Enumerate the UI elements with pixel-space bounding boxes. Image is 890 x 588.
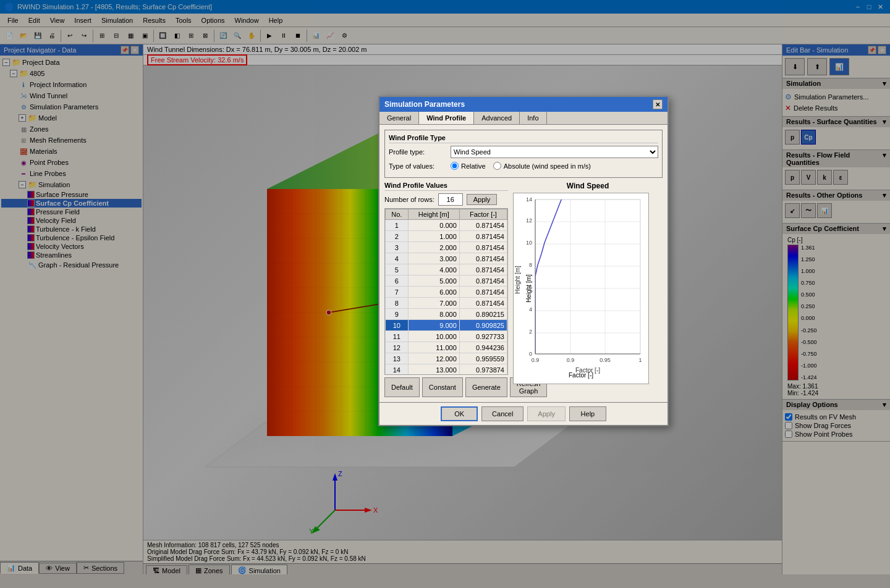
svg-text:0.9: 0.9 bbox=[567, 357, 575, 363]
wind-speed-chart-svg: 0 2 4 6 8 10 12 14 0.9 bbox=[514, 193, 648, 384]
cell-no: 11 bbox=[386, 331, 409, 342]
profile-type-row: Profile type: Wind Speed bbox=[389, 146, 658, 158]
cell-height: 6.000 bbox=[408, 287, 459, 298]
svg-text:8: 8 bbox=[529, 262, 532, 268]
cell-factor: 0.927733 bbox=[459, 331, 507, 342]
type-of-values-row: Type of values: Relative Absolute (wind … bbox=[389, 162, 658, 170]
col-factor: Factor [-] bbox=[459, 209, 507, 220]
svg-text:10: 10 bbox=[526, 240, 532, 246]
table-row[interactable]: 10.0000.871454 bbox=[386, 220, 507, 231]
radio-relative-input[interactable] bbox=[451, 162, 459, 170]
simulation-params-dialog: Simulation Parameters ✕ General Wind Pro… bbox=[378, 96, 669, 426]
ok-btn[interactable]: OK bbox=[441, 406, 478, 421]
table-row[interactable]: 65.0000.871454 bbox=[386, 275, 507, 287]
num-rows-input[interactable]: 16 bbox=[438, 193, 463, 206]
svg-text:0.9: 0.9 bbox=[532, 357, 540, 363]
table-row[interactable]: 76.0000.871454 bbox=[386, 287, 507, 298]
cell-factor: 0.871454 bbox=[459, 287, 507, 298]
cell-height: 8.000 bbox=[408, 309, 459, 320]
cell-no: 14 bbox=[386, 364, 409, 376]
wind-profile-values-title: Wind Profile Values bbox=[384, 182, 508, 191]
table-row[interactable]: 109.0000.909825 bbox=[386, 320, 507, 331]
chart-xlabel: Factor [-] bbox=[569, 372, 593, 379]
apply-rows-btn[interactable]: Apply bbox=[467, 194, 498, 205]
svg-text:4: 4 bbox=[529, 306, 532, 313]
table-row[interactable]: 1211.0000.944236 bbox=[386, 342, 507, 353]
cell-height: 10.000 bbox=[408, 331, 459, 342]
svg-text:0.95: 0.95 bbox=[600, 357, 611, 363]
cell-height: 13.000 bbox=[408, 364, 459, 376]
svg-text:Height [m]: Height [m] bbox=[514, 266, 521, 294]
radio-relative[interactable]: Relative bbox=[451, 162, 486, 170]
svg-rect-34 bbox=[535, 200, 640, 354]
chart-ylabel: Height [m] bbox=[525, 274, 532, 303]
dialog-tab-info[interactable]: Info bbox=[520, 112, 546, 124]
svg-text:0: 0 bbox=[529, 351, 532, 357]
chart-section: Wind Speed Height [m] Factor [-] bbox=[513, 182, 663, 397]
table-row[interactable]: 21.0000.871454 bbox=[386, 231, 507, 242]
modal-overlay: Simulation Parameters ✕ General Wind Pro… bbox=[0, 0, 890, 588]
cell-no: 5 bbox=[386, 264, 409, 275]
dialog-content: Wind Profile Type Profile type: Wind Spe… bbox=[379, 125, 668, 402]
type-of-values-radios: Relative Absolute (wind speed in m/s) bbox=[451, 162, 591, 170]
cell-height: 11.000 bbox=[408, 342, 459, 353]
cell-factor: 0.871454 bbox=[459, 264, 507, 275]
dialog-tab-advanced[interactable]: Advanced bbox=[474, 112, 520, 124]
cell-height: 5.000 bbox=[408, 275, 459, 287]
cell-no: 6 bbox=[386, 275, 409, 287]
table-row[interactable]: 1110.0000.927733 bbox=[386, 331, 507, 342]
cell-no: 8 bbox=[386, 298, 409, 309]
cell-height: 2.000 bbox=[408, 242, 459, 253]
col-height: Height [m] bbox=[408, 209, 459, 220]
wind-profile-type-section: Wind Profile Type Profile type: Wind Spe… bbox=[384, 130, 663, 178]
dialog-tabs: General Wind Profile Advanced Info bbox=[379, 112, 668, 125]
dialog-close-btn[interactable]: ✕ bbox=[653, 99, 663, 109]
table-row[interactable]: 32.0000.871454 bbox=[386, 242, 507, 253]
type-of-values-label: Type of values: bbox=[389, 162, 451, 170]
table-body: 10.0000.87145421.0000.87145432.0000.8714… bbox=[386, 220, 507, 376]
cell-no: 10 bbox=[386, 320, 409, 331]
svg-text:12: 12 bbox=[526, 217, 532, 224]
table-scroll[interactable]: No. Height [m] Factor [-] 10.0000.871454… bbox=[384, 208, 508, 375]
cell-no: 3 bbox=[386, 242, 409, 253]
cell-height: 7.000 bbox=[408, 298, 459, 309]
cell-factor: 0.871454 bbox=[459, 253, 507, 264]
default-btn[interactable]: Default bbox=[384, 377, 420, 397]
table-row[interactable]: 87.0000.871454 bbox=[386, 298, 507, 309]
dialog-apply-btn[interactable]: Apply bbox=[527, 406, 566, 421]
cell-factor: 0.871454 bbox=[459, 220, 507, 231]
cell-factor: 0.909825 bbox=[459, 320, 507, 331]
cell-no: 2 bbox=[386, 231, 409, 242]
table-row[interactable]: 98.0000.890215 bbox=[386, 309, 507, 320]
constant-btn[interactable]: Constant bbox=[422, 377, 463, 397]
profile-type-label: Profile type: bbox=[389, 148, 451, 156]
dialog-tab-wind-profile[interactable]: Wind Profile bbox=[419, 112, 474, 124]
table-row[interactable]: 1413.0000.973874 bbox=[386, 364, 507, 376]
table-action-btns: Default Constant Generate Refresh Graph bbox=[384, 377, 508, 397]
table-row[interactable]: 43.0000.871454 bbox=[386, 253, 507, 264]
table-row[interactable]: 1312.0000.959559 bbox=[386, 353, 507, 364]
table-header-row: No. Height [m] Factor [-] bbox=[386, 209, 507, 220]
cell-height: 4.000 bbox=[408, 264, 459, 275]
cell-factor: 0.959559 bbox=[459, 353, 507, 364]
cell-height: 9.000 bbox=[408, 320, 459, 331]
cancel-btn[interactable]: Cancel bbox=[481, 406, 523, 421]
svg-text:14: 14 bbox=[526, 196, 532, 203]
cell-height: 0.000 bbox=[408, 220, 459, 231]
chart-title: Wind Speed bbox=[513, 182, 663, 190]
cell-no: 4 bbox=[386, 253, 409, 264]
radio-absolute[interactable]: Absolute (wind speed in m/s) bbox=[493, 162, 591, 170]
cell-factor: 0.871454 bbox=[459, 298, 507, 309]
generate-btn[interactable]: Generate bbox=[465, 377, 507, 397]
chart-container: Height [m] Factor [-] bbox=[513, 193, 649, 384]
dialog-title-bar: Simulation Parameters ✕ bbox=[379, 97, 668, 112]
radio-absolute-input[interactable] bbox=[493, 162, 501, 170]
dialog-tab-general[interactable]: General bbox=[379, 112, 419, 124]
profile-type-select[interactable]: Wind Speed bbox=[451, 146, 658, 158]
num-rows-row: Number of rows: 16 Apply bbox=[384, 193, 508, 206]
table-row[interactable]: 54.0000.871454 bbox=[386, 264, 507, 275]
data-table-wrap: Wind Profile Values Number of rows: 16 A… bbox=[384, 182, 663, 397]
help-btn[interactable]: Help bbox=[569, 406, 606, 421]
wind-profile-table: No. Height [m] Factor [-] 10.0000.871454… bbox=[385, 209, 507, 375]
cell-no: 9 bbox=[386, 309, 409, 320]
